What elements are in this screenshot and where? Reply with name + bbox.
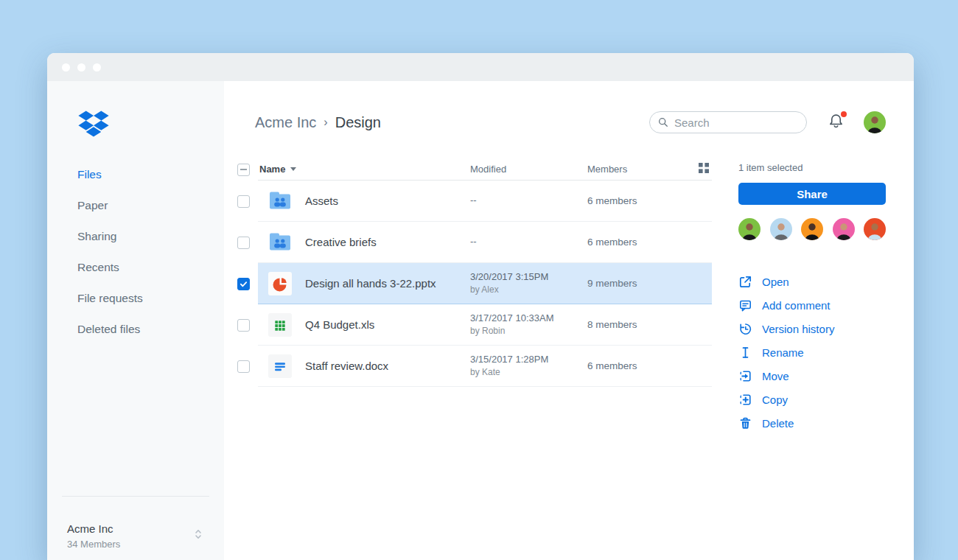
version-history-icon (738, 322, 752, 336)
sidebar-item-files[interactable]: Files (47, 159, 224, 190)
modified-by: by Kate (470, 367, 500, 377)
row-checkbox[interactable] (237, 195, 250, 208)
window-dot[interactable] (62, 63, 70, 71)
file-name[interactable]: Creative briefs (305, 236, 470, 248)
row-checkbox[interactable] (237, 237, 250, 249)
breadcrumb-current: Design (335, 114, 381, 131)
table-row[interactable]: Staff review.docx 3/15/2017 1:28PMby Kat… (237, 346, 712, 387)
copy-action[interactable]: Copy (738, 388, 886, 411)
sidebar-item-sharing[interactable]: Sharing (47, 221, 224, 252)
search-box (649, 111, 807, 133)
xls-file-icon (268, 313, 292, 337)
sidebar-item-paper[interactable]: Paper (47, 190, 224, 221)
window-titlebar[interactable] (47, 53, 914, 81)
member-avatars (738, 218, 886, 240)
select-all-checkbox[interactable] (237, 164, 250, 176)
notification-dot (841, 111, 847, 117)
open-action[interactable]: Open (738, 270, 886, 293)
member-avatar-2[interactable] (770, 218, 792, 240)
shared-folder-icon (268, 231, 292, 254)
file-actions: Open Add comment Version history (738, 270, 886, 435)
sort-caret-icon (290, 167, 296, 171)
window-dot[interactable] (77, 63, 85, 71)
modified-by: by Alex (470, 284, 499, 295)
main-content: Acme Inc › Design (224, 81, 914, 560)
user-avatar[interactable] (864, 111, 886, 133)
sidebar-item-file-requests[interactable]: File requests (47, 283, 224, 314)
breadcrumb-parent[interactable]: Acme Inc (255, 114, 316, 131)
chevron-updown-icon (195, 528, 202, 543)
move-icon (738, 369, 752, 383)
file-members[interactable]: 6 members (587, 195, 637, 206)
member-avatar-5[interactable] (864, 218, 886, 240)
table-row[interactable]: Creative briefs -- 6 members (237, 222, 712, 263)
file-name[interactable]: Staff review.docx (305, 360, 470, 372)
file-name[interactable]: Design all hands 3-22.pptx (305, 277, 470, 290)
sidebar-nav: Files Paper Sharing Recents File request… (47, 159, 224, 345)
dropbox-logo-icon[interactable] (77, 109, 224, 141)
open-icon (738, 275, 752, 289)
file-modified: -- (470, 195, 587, 207)
file-members[interactable]: 6 members (587, 237, 637, 248)
file-members[interactable]: 9 members (587, 278, 637, 289)
table-row-selected[interactable]: Design all hands 3-22.pptx 3/20/2017 3:1… (237, 263, 712, 304)
share-button[interactable]: Share (738, 183, 886, 205)
trash-icon (738, 416, 752, 430)
file-modified: -- (470, 236, 587, 248)
file-modified: 3/20/2017 3:15PMby Alex (470, 271, 587, 296)
action-label: Copy (762, 393, 788, 406)
app-window: Files Paper Sharing Recents File request… (47, 53, 914, 560)
row-checkbox-checked[interactable] (237, 278, 250, 290)
action-label: Move (762, 370, 789, 382)
member-avatar-1[interactable] (738, 218, 761, 240)
row-checkbox[interactable] (237, 360, 250, 373)
action-label: Add comment (762, 299, 831, 312)
selection-panel: 1 item selected Share (738, 162, 886, 435)
grid-view-icon[interactable] (699, 163, 709, 176)
action-label: Rename (762, 346, 804, 359)
file-name[interactable]: Assets (305, 195, 470, 207)
rename-action[interactable]: Rename (738, 340, 886, 364)
action-label: Version history (762, 323, 834, 335)
member-avatar-3[interactable] (801, 218, 823, 240)
column-header-name[interactable]: Name (259, 164, 470, 175)
search-icon (658, 117, 668, 130)
team-name: Acme Inc (67, 522, 209, 535)
row-checkbox[interactable] (237, 319, 250, 332)
sidebar-item-recents[interactable]: Recents (47, 252, 224, 283)
file-members[interactable]: 8 members (587, 319, 637, 330)
action-label: Delete (762, 417, 794, 430)
move-action[interactable]: Move (738, 364, 886, 388)
delete-action[interactable]: Delete (738, 411, 886, 435)
table-row[interactable]: Q4 Budget.xls 3/17/2017 10:33AMby Robin … (237, 304, 712, 346)
sidebar: Files Paper Sharing Recents File request… (47, 81, 224, 560)
table-header-row: Name Modified Members (237, 158, 712, 181)
window-dot[interactable] (93, 63, 101, 71)
pptx-file-icon (268, 272, 292, 295)
file-modified: 3/15/2017 1:28PMby Kate (470, 354, 587, 379)
team-switcher[interactable]: Acme Inc 34 Members (67, 522, 209, 550)
column-header-modified[interactable]: Modified (470, 164, 587, 175)
search-input[interactable] (649, 111, 807, 133)
member-avatar-4[interactable] (833, 218, 855, 240)
version-history-action[interactable]: Version history (738, 317, 886, 340)
sidebar-divider (62, 496, 209, 497)
column-header-members[interactable]: Members (587, 164, 699, 175)
breadcrumb: Acme Inc › Design (255, 114, 381, 131)
docx-file-icon (268, 354, 292, 378)
file-members[interactable]: 6 members (587, 360, 637, 371)
table-row[interactable]: Assets -- 6 members (237, 181, 712, 222)
file-modified: 3/17/2017 10:33AMby Robin (470, 312, 587, 337)
notifications-button[interactable] (828, 113, 845, 133)
action-label: Open (762, 276, 789, 288)
copy-icon (738, 393, 752, 407)
rename-icon (738, 346, 752, 360)
file-name[interactable]: Q4 Budget.xls (305, 318, 470, 331)
shared-folder-icon (268, 189, 292, 213)
add-comment-action[interactable]: Add comment (738, 293, 886, 317)
modified-by: by Robin (470, 326, 505, 336)
sidebar-item-deleted-files[interactable]: Deleted files (47, 314, 224, 345)
selection-status: 1 item selected (738, 162, 886, 173)
team-member-count: 34 Members (67, 539, 209, 550)
breadcrumb-separator-icon: › (324, 116, 327, 129)
